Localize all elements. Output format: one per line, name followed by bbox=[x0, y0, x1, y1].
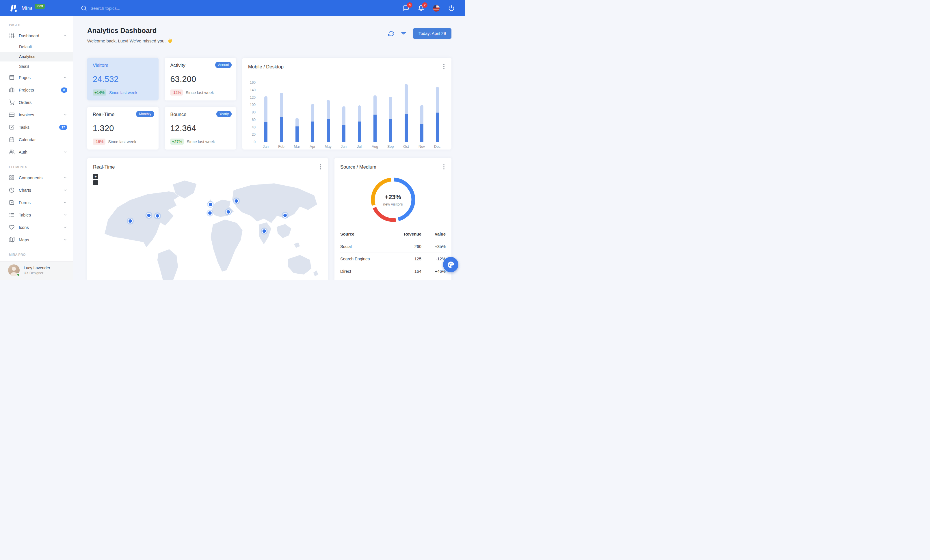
sidebar-subitem-saas[interactable]: SaaS bbox=[0, 61, 73, 71]
map-marker[interactable] bbox=[225, 209, 232, 215]
bar-desktop-segment bbox=[420, 124, 423, 142]
sidebar-user-card[interactable]: Lucy Lavender UX Designer bbox=[0, 261, 73, 280]
palette-icon bbox=[447, 261, 454, 268]
sidebar-item-auth[interactable]: Auth bbox=[0, 146, 73, 158]
bar-may[interactable] bbox=[320, 83, 336, 142]
chevron-down-icon bbox=[63, 238, 67, 242]
stat-change-badge: -18% bbox=[93, 138, 105, 144]
bar-apr[interactable] bbox=[305, 83, 320, 142]
bar-desktop-segment bbox=[373, 115, 377, 142]
date-range-button[interactable]: Today: April 29 bbox=[413, 28, 451, 39]
map-marker[interactable] bbox=[282, 212, 288, 219]
map-marker[interactable] bbox=[233, 198, 240, 204]
bar-jan[interactable] bbox=[258, 83, 274, 142]
bar-oct[interactable] bbox=[398, 83, 414, 142]
mobile-desktop-chart-card: Mobile / Desktop 020406080100120140160 bbox=[242, 58, 451, 150]
brand-name: Mira bbox=[22, 5, 32, 11]
sidebar-section-label-elements: ELEMENTS bbox=[0, 158, 73, 172]
refresh-button[interactable] bbox=[388, 31, 394, 37]
sidebar-item-projects[interactable]: Projects8 bbox=[0, 84, 73, 96]
online-status-dot bbox=[17, 273, 20, 276]
map-marker[interactable] bbox=[146, 212, 152, 219]
stat-value: 12.364 bbox=[170, 124, 231, 133]
chevron-down-icon bbox=[63, 188, 67, 192]
bar-feb[interactable] bbox=[274, 83, 289, 142]
map-card-title: Real-Time bbox=[93, 164, 115, 170]
source-revenue: 125 bbox=[390, 253, 421, 265]
source-row-social: Social 260 +35% bbox=[340, 241, 446, 253]
logout-button[interactable] bbox=[448, 5, 454, 11]
chevron-down-icon bbox=[63, 225, 67, 230]
chart-x-axis: JanFebMarAprMayJunJulAugSepOctNovDec bbox=[258, 144, 445, 149]
filter-button[interactable] bbox=[400, 31, 406, 37]
chart-card-title: Mobile / Desktop bbox=[248, 64, 283, 69]
source-value: +46% bbox=[421, 265, 446, 278]
brand[interactable]: Mira PRO bbox=[0, 4, 73, 12]
map-zoom-in-button[interactable]: + bbox=[93, 174, 98, 179]
source-row-direct: Direct 164 +46% bbox=[340, 265, 446, 278]
map-zoom-out-button[interactable]: - bbox=[93, 180, 98, 185]
stat-note: Since last week bbox=[108, 140, 136, 144]
stat-period-badge[interactable]: Annual bbox=[215, 62, 232, 68]
x-tick: Sep bbox=[383, 144, 398, 149]
global-search[interactable] bbox=[81, 5, 403, 11]
messages-button[interactable]: 3 bbox=[403, 5, 409, 11]
messages-count-badge: 3 bbox=[407, 2, 413, 8]
main-content: Analytics Dashboard Welcome back, Lucy! … bbox=[73, 16, 465, 280]
sidebar-item-charts[interactable]: Charts bbox=[0, 184, 73, 196]
sidebar-item-maps[interactable]: Maps bbox=[0, 233, 73, 246]
bar-mar[interactable] bbox=[289, 83, 305, 142]
map-marker[interactable] bbox=[206, 210, 213, 216]
stat-period-badge[interactable]: Yearly bbox=[216, 111, 232, 117]
stat-note: Since last week bbox=[186, 140, 215, 144]
sidebar-subitem-default[interactable]: Default bbox=[0, 42, 73, 52]
search-input[interactable] bbox=[91, 6, 165, 11]
world-map[interactable]: + - bbox=[87, 172, 328, 280]
bar-dec[interactable] bbox=[430, 83, 445, 142]
map-menu-button[interactable] bbox=[318, 163, 323, 170]
sidebar-item-components[interactable]: Components bbox=[0, 172, 73, 184]
sidebar-item-dashboard[interactable]: Dashboard bbox=[0, 29, 73, 42]
map-marker[interactable] bbox=[261, 228, 268, 235]
sidebar-item-calendar[interactable]: Calendar bbox=[0, 133, 73, 146]
source-revenue: 260 bbox=[390, 241, 421, 253]
map-marker[interactable] bbox=[154, 212, 161, 219]
stat-period-badge[interactable]: Monthly bbox=[136, 111, 154, 117]
bar-sep[interactable] bbox=[383, 83, 398, 142]
sidebar-item-tables[interactable]: Tables bbox=[0, 209, 73, 221]
bar-nov[interactable] bbox=[414, 83, 430, 142]
bar-jun[interactable] bbox=[336, 83, 352, 142]
sidebar-item-invoices[interactable]: Invoices bbox=[0, 109, 73, 121]
map-marker[interactable] bbox=[207, 201, 214, 208]
x-tick: Dec bbox=[430, 144, 445, 149]
sidebar-item-tasks[interactable]: Tasks17 bbox=[0, 121, 73, 133]
sidebar-item-pages[interactable]: Pages bbox=[0, 71, 73, 84]
notifications-button[interactable]: 7 bbox=[418, 5, 424, 11]
sidebar-item-forms[interactable]: Forms bbox=[0, 196, 73, 209]
sidebar-item-orders[interactable]: Orders bbox=[0, 96, 73, 109]
source-menu-button[interactable] bbox=[442, 163, 446, 170]
stat-value: 24.532 bbox=[93, 74, 153, 84]
x-tick: Jun bbox=[336, 144, 351, 149]
x-tick: Jul bbox=[351, 144, 367, 149]
stat-note: Since last week bbox=[109, 91, 137, 95]
chart-menu-button[interactable] bbox=[442, 63, 446, 71]
sidebar-item-icons[interactable]: Icons bbox=[0, 221, 73, 233]
bar-desktop-segment bbox=[280, 117, 283, 142]
chevron-down-icon bbox=[63, 150, 67, 154]
stat-change-badge: +27% bbox=[170, 138, 184, 144]
realtime-map-card: Real-Time + - bbox=[87, 158, 328, 280]
layout-icon bbox=[9, 75, 14, 80]
y-tick: 100 bbox=[250, 103, 256, 107]
bar-jul[interactable] bbox=[352, 83, 367, 142]
sidebar-subitem-analytics[interactable]: Analytics bbox=[0, 52, 73, 61]
language-button[interactable] bbox=[433, 5, 440, 12]
theme-settings-fab[interactable] bbox=[443, 257, 458, 272]
map-icon bbox=[9, 237, 14, 242]
source-table: Source Revenue Value Social 260 +35%Sear… bbox=[340, 230, 446, 278]
x-tick: May bbox=[320, 144, 336, 149]
bar-aug[interactable] bbox=[367, 83, 383, 142]
stat-value: 1.320 bbox=[93, 124, 153, 133]
top-navbar: Mira PRO 3 7 bbox=[0, 0, 465, 16]
map-marker[interactable] bbox=[127, 218, 134, 225]
